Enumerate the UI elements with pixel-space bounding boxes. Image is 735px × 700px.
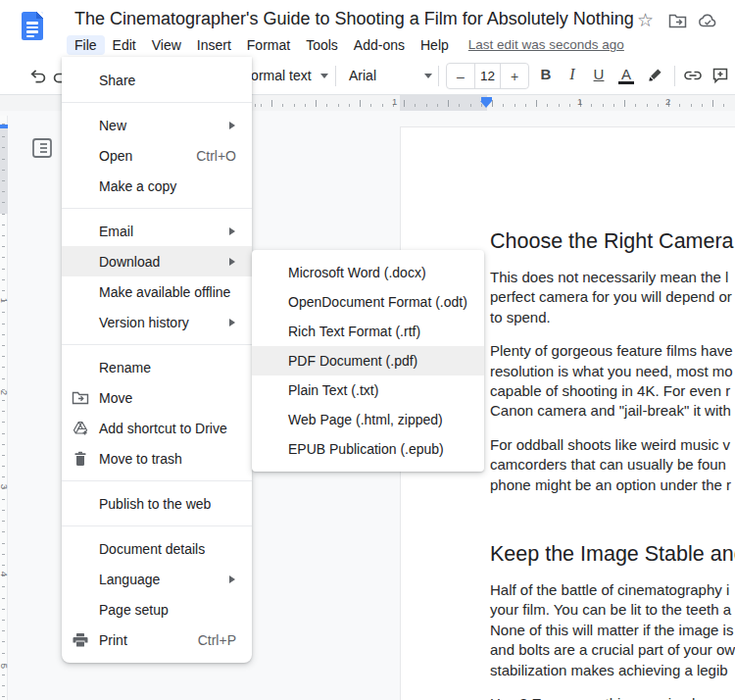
hruler-number: 1	[392, 96, 397, 107]
indent-marker[interactable]	[480, 97, 493, 109]
document-title[interactable]: The Cinematographer's Guide to Shooting …	[74, 9, 634, 29]
menu-item-version-history[interactable]: Version history	[62, 307, 252, 337]
submenu-arrow-icon	[229, 258, 235, 266]
submenu-item-epub[interactable]: EPUB Publication (.epub)	[252, 434, 484, 464]
increase-font-size-button[interactable]: +	[501, 69, 528, 84]
vruler-number: 1	[0, 296, 10, 306]
menu-item-print[interactable]: PrintCtrl+P	[62, 625, 252, 655]
submenu-item-html[interactable]: Web Page (.html, zipped)	[252, 405, 484, 434]
vertical-ruler-ticks	[2, 116, 5, 700]
menu-item-publish-to-the-web[interactable]: Publish to the web	[62, 488, 252, 519]
move-folder-icon[interactable]	[668, 13, 687, 29]
font-selector[interactable]: Arial	[349, 68, 376, 83]
hruler-ticks	[255, 100, 735, 107]
vruler-number: 3	[0, 482, 10, 492]
google-docs-window: Choose the Right Camera This does not ne…	[0, 0, 735, 700]
menu-item-language[interactable]: Language	[62, 564, 252, 594]
hruler-number: 2	[665, 96, 670, 107]
menu-item-new[interactable]: New	[62, 110, 252, 140]
underline-button[interactable]: U	[588, 66, 610, 82]
add-comment-icon[interactable]	[711, 67, 729, 84]
doc-line: None of this will matter if the image is	[490, 621, 735, 640]
file-menu: Share New OpenCtrl+O Make a copy Email D…	[62, 57, 252, 663]
text-color-button[interactable]: A	[618, 67, 634, 84]
bold-button[interactable]: B	[535, 66, 557, 82]
submenu-item-txt[interactable]: Plain Text (.txt)	[252, 375, 484, 405]
menubar-item-view[interactable]: View	[144, 35, 189, 55]
menu-divider	[62, 102, 252, 103]
submenu-arrow-icon	[229, 319, 235, 326]
doc-line: to spend.	[490, 308, 735, 327]
italic-button[interactable]: I	[562, 66, 583, 83]
menu-item-rename[interactable]: Rename	[62, 352, 252, 382]
menu-item-share[interactable]: Share	[62, 65, 252, 95]
doc-line: Canon camera and "jail-break" it with	[490, 401, 735, 421]
star-icon[interactable]: ☆	[637, 9, 654, 30]
doc-line: Plenty of gorgeous feature films have	[490, 341, 735, 361]
submenu-arrow-icon	[229, 122, 235, 129]
doc-paragraph: How? Even something as simple as	[490, 694, 735, 700]
printer-icon	[72, 631, 89, 649]
menu-item-download[interactable]: Download	[62, 246, 252, 276]
font-size-input[interactable]: 12	[474, 64, 502, 88]
menu-item-email[interactable]: Email	[62, 216, 252, 246]
last-edit-link[interactable]: Last edit was seconds ago	[468, 37, 624, 52]
undo-icon[interactable]	[28, 67, 47, 85]
vertical-margin-marker[interactable]	[0, 125, 8, 128]
submenu-item-odt[interactable]: OpenDocument Format (.odt)	[252, 287, 484, 317]
menubar-item-tools[interactable]: Tools	[298, 35, 346, 55]
menubar-item-format[interactable]: Format	[239, 35, 298, 55]
highlighter-icon[interactable]	[646, 66, 665, 85]
doc-heading: Choose the Right Camera	[490, 228, 735, 254]
menu-item-make-a-copy[interactable]: Make a copy	[62, 171, 252, 201]
doc-line: resolution is what you need, most mo	[490, 362, 735, 381]
google-docs-logo-icon[interactable]	[22, 12, 43, 40]
submenu-item-docx[interactable]: Microsoft Word (.docx)	[252, 258, 484, 287]
menubar: File Edit View Insert Format Tools Add-o…	[67, 33, 624, 56]
link-icon[interactable]	[683, 68, 703, 83]
vruler-number: 4	[0, 570, 10, 579]
chevron-down-icon[interactable]	[424, 74, 432, 78]
doc-paragraph: Plenty of gorgeous feature films have re…	[490, 341, 735, 422]
download-submenu: Microsoft Word (.docx) OpenDocument Form…	[252, 250, 484, 472]
menu-divider	[62, 344, 252, 345]
menubar-item-addons[interactable]: Add-ons	[346, 35, 413, 55]
menubar-item-edit[interactable]: Edit	[105, 35, 144, 55]
doc-line: How? Even something as simple as	[490, 694, 735, 700]
menubar-item-help[interactable]: Help	[413, 35, 457, 55]
menu-item-open[interactable]: OpenCtrl+O	[62, 140, 252, 171]
vruler-number: 5	[0, 662, 10, 672]
doc-paragraph: Half of the battle of cinematography i y…	[490, 580, 735, 680]
menu-item-document-details[interactable]: Document details	[62, 533, 252, 564]
doc-line: stabilization makes achieving a legib	[490, 661, 735, 680]
document-outline-icon[interactable]	[31, 137, 53, 159]
document-body: Choose the Right Camera This does not ne…	[490, 228, 735, 700]
submenu-arrow-icon	[229, 575, 235, 583]
menu-divider	[62, 480, 252, 481]
menu-item-move-to-trash[interactable]: Move to trash	[62, 443, 252, 474]
doc-line: For oddball shoots like weird music v	[490, 435, 735, 455]
submenu-item-pdf[interactable]: PDF Document (.pdf)	[252, 346, 484, 375]
cloud-saved-icon[interactable]	[698, 13, 718, 29]
hruler-number: 1	[577, 96, 582, 107]
decrease-font-size-button[interactable]: –	[447, 69, 474, 84]
submenu-item-rtf[interactable]: Rich Text Format (.rtf)	[252, 317, 484, 346]
menu-item-page-setup[interactable]: Page setup	[62, 594, 252, 625]
drive-shortcut-icon	[72, 420, 89, 437]
doc-line: capable of shooting in 4K. For even r	[490, 381, 735, 401]
menu-item-move[interactable]: Move	[62, 382, 252, 413]
chevron-down-icon[interactable]	[320, 74, 328, 78]
header: The Cinematographer's Guide to Shooting …	[0, 0, 735, 57]
vertical-ruler[interactable]: 1 2 3 4 5	[0, 116, 8, 700]
doc-line: This does not necessarily mean the l	[490, 268, 735, 287]
menubar-item-file[interactable]: File	[67, 35, 105, 55]
trash-icon	[72, 450, 89, 468]
folder-move-icon	[72, 389, 89, 407]
menu-item-add-shortcut-to-drive[interactable]: Add shortcut to Drive	[62, 413, 252, 443]
doc-heading: Keep the Image Stable and	[490, 541, 735, 567]
menu-item-make-available-offline[interactable]: Make available offline	[62, 276, 252, 307]
doc-line: your film. You can be lit to the teeth a	[490, 600, 735, 620]
vruler-number: 2	[0, 388, 10, 398]
doc-paragraph: For oddball shoots like weird music v ca…	[490, 435, 735, 495]
menubar-item-insert[interactable]: Insert	[189, 35, 239, 55]
